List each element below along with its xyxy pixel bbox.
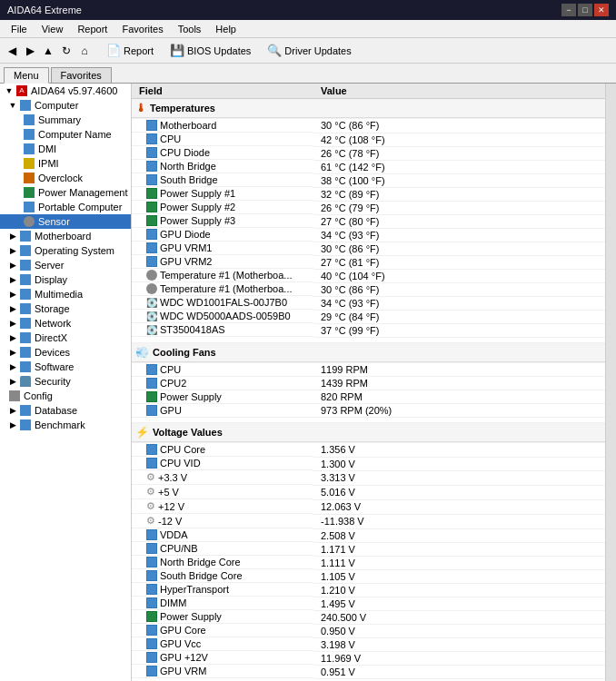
value-cell: 11.969 V (313, 651, 605, 665)
sidebar-item-benchmark[interactable]: ▶ Benchmark (0, 418, 131, 432)
table-row[interactable]: Motherboard30 °C (86 °F) (132, 119, 605, 133)
table-row[interactable]: GPU VRM0.951 V (132, 665, 605, 678)
sidebar-item-config[interactable]: Config (0, 389, 131, 403)
nav-home-button[interactable]: ⌂ (76, 43, 93, 59)
table-row[interactable]: 💽ST3500418AS37 °C (99 °F) (132, 323, 605, 337)
sidebar-item-multimedia[interactable]: ▶ Multimedia (0, 287, 131, 301)
sidebar-item-network[interactable]: ▶ Network (0, 316, 131, 331)
table-row[interactable]: HyperTransport1.210 V (132, 583, 605, 597)
table-row[interactable]: CPU21439 RPM (132, 377, 605, 390)
section-header-temperatures: 🌡Temperatures (132, 99, 605, 119)
table-row[interactable]: GPU Core0.950 V (132, 624, 605, 637)
sidebar-item-os[interactable]: ▶ Operating System (0, 243, 131, 258)
sidebar-item-dmi[interactable]: DMI (0, 142, 131, 156)
report-button[interactable]: 📄 Report (100, 41, 160, 60)
table-row[interactable]: GPU973 RPM (20%) (132, 404, 605, 418)
field-label: CPU Diode (160, 147, 210, 158)
sidebar-item-computer[interactable]: ▼ Computer (0, 98, 131, 113)
field-label: +3.3 V (158, 472, 187, 483)
table-row[interactable]: ⚙+12 V12.063 V (132, 499, 605, 514)
table-row[interactable]: 💽WDC WD5000AADS-0059B029 °C (84 °F) (132, 310, 605, 323)
nav-refresh-button[interactable]: ↻ (58, 43, 75, 59)
table-row[interactable]: CPU1199 RPM (132, 362, 605, 377)
table-row[interactable]: VDDA2.508 V (132, 528, 605, 542)
table-row[interactable]: Temperature #1 (Motherboa...40 °C (104 °… (132, 269, 605, 282)
sidebar-item-security[interactable]: ▶ Security (0, 374, 131, 389)
report-icon: 📄 (106, 44, 121, 57)
expand-arrow: ▶ (7, 420, 18, 429)
value-cell: 38 °C (100 °F) (313, 173, 605, 187)
table-row[interactable]: 💽WDC WD1001FALS-00J7B034 °C (93 °F) (132, 296, 605, 310)
table-row[interactable]: ⚙+5 V5.016 V (132, 485, 605, 499)
menu-report[interactable]: Report (70, 22, 114, 36)
table-row[interactable]: CPU/NB1.171 V (132, 542, 605, 556)
sidebar-item-ipmi[interactable]: IPMI (0, 156, 131, 171)
table-row[interactable]: ⚙-12 V-11.938 V (132, 514, 605, 528)
table-row[interactable]: DIMM1.495 V (132, 597, 605, 610)
expand-arrow: ▶ (7, 261, 18, 270)
database-icon (18, 404, 33, 417)
table-row[interactable]: Power Supply #327 °C (80 °F) (132, 214, 605, 228)
table-row[interactable]: GPU VRM227 °C (81 °F) (132, 255, 605, 269)
sidebar-item-sensor[interactable]: Sensor (0, 214, 131, 229)
network-icon (18, 317, 33, 330)
tab-menu[interactable]: Menu (4, 67, 49, 84)
sidebar-item-aida64[interactable]: ▼ A AIDA64 v5.97.4600 (0, 84, 131, 98)
report-label: Report (124, 45, 154, 56)
sidebar-item-powermgmt[interactable]: Power Management (0, 185, 131, 200)
maximize-button[interactable]: □ (578, 4, 592, 16)
table-row[interactable]: GPU Diode34 °C (93 °F) (132, 228, 605, 242)
table-row[interactable]: CPU42 °C (108 °F) (132, 133, 605, 146)
table-row[interactable]: South Bridge Core1.105 V (132, 569, 605, 583)
sidebar-item-devices[interactable]: ▶ Devices (0, 345, 131, 360)
table-row[interactable]: CPU Core1.356 V (132, 443, 605, 458)
expand-arrow: ▶ (7, 406, 18, 415)
sidebar-item-directx[interactable]: ▶ DirectX (0, 331, 131, 345)
value-cell: 34 °C (93 °F) (313, 228, 605, 242)
table-row[interactable]: Power Supply240.500 V (132, 610, 605, 624)
field-label: CPU/NB (160, 543, 198, 554)
menu-tools[interactable]: Tools (171, 22, 209, 36)
ipmi-icon (22, 157, 36, 170)
menu-favorites[interactable]: Favorites (114, 22, 170, 36)
nav-forward-button[interactable]: ▶ (22, 43, 38, 59)
sidebar-item-overclock[interactable]: Overclock (0, 171, 131, 185)
sidebar-item-portablepc[interactable]: Portable Computer (0, 200, 131, 214)
value-cell: 1.171 V (313, 542, 605, 556)
sidebar-item-storage[interactable]: ▶ Storage (0, 301, 131, 316)
table-row[interactable]: Power Supply #132 °C (89 °F) (132, 187, 605, 201)
sidebar-item-database[interactable]: ▶ Database (0, 403, 131, 418)
table-row[interactable]: CPU Diode26 °C (78 °F) (132, 146, 605, 160)
table-row[interactable]: GPU VRM130 °C (86 °F) (132, 242, 605, 255)
sidebar-item-server[interactable]: ▶ Server (0, 258, 131, 272)
field-label: VDDA (160, 529, 188, 540)
driver-updates-button[interactable]: 🔍 Driver Updates (261, 41, 357, 60)
table-row[interactable]: North Bridge61 °C (142 °F) (132, 160, 605, 173)
nav-up-button[interactable]: ▲ (40, 43, 56, 59)
field-label: GPU VRM1 (160, 242, 212, 253)
table-row[interactable]: South Bridge38 °C (100 °F) (132, 173, 605, 187)
sidebar-item-display[interactable]: ▶ Display (0, 272, 131, 287)
close-button[interactable]: ✕ (594, 4, 609, 16)
bios-updates-button[interactable]: 💾 BIOS Updates (164, 41, 257, 60)
tab-favorites[interactable]: Favorites (51, 67, 112, 83)
scrollbar[interactable] (605, 84, 616, 681)
nav-back-button[interactable]: ◀ (4, 43, 20, 59)
table-row[interactable]: CPU VID1.300 V (132, 457, 605, 470)
menu-file[interactable]: File (4, 22, 35, 36)
sidebar-item-computername[interactable]: Computer Name (0, 127, 131, 142)
table-row[interactable]: Temperature #1 (Motherboa...30 °C (86 °F… (132, 282, 605, 296)
table-row[interactable]: ⚙+3.3 V3.313 V (132, 470, 605, 485)
table-row[interactable]: North Bridge Core1.111 V (132, 556, 605, 569)
table-row[interactable]: Power Supply #226 °C (79 °F) (132, 201, 605, 214)
menu-help[interactable]: Help (208, 22, 243, 36)
value-cell: -11.938 V (313, 514, 605, 528)
table-row[interactable]: Power Supply820 RPM (132, 390, 605, 404)
sidebar-item-summary[interactable]: Summary (0, 113, 131, 127)
sidebar-item-motherboard[interactable]: ▶ Motherboard (0, 229, 131, 243)
sidebar-item-software[interactable]: ▶ Software (0, 360, 131, 374)
menu-view[interactable]: View (35, 22, 71, 36)
table-row[interactable]: GPU +12V11.969 V (132, 651, 605, 665)
minimize-button[interactable]: − (561, 4, 576, 16)
table-row[interactable]: GPU Vcc3.198 V (132, 637, 605, 651)
